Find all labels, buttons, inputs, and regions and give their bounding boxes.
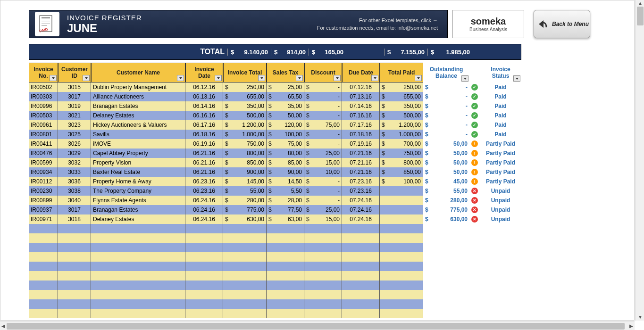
table-cell[interactable] bbox=[380, 186, 423, 196]
table-cell[interactable]: IR00230 bbox=[29, 186, 58, 196]
table-cell[interactable]: 07.17.16 bbox=[342, 120, 380, 130]
table-cell[interactable]: 3017 bbox=[58, 205, 91, 214]
col-invoice-no[interactable]: Invoice No. bbox=[29, 63, 58, 82]
table-cell[interactable]: $100,00 bbox=[267, 130, 304, 139]
col-outstanding[interactable]: Outstanding Balance bbox=[423, 63, 469, 82]
col-invoice-date[interactable]: Invoice Date bbox=[185, 63, 223, 82]
table-cell[interactable] bbox=[380, 224, 423, 233]
table-cell[interactable] bbox=[267, 299, 304, 309]
table-cell[interactable]: 07.21.16 bbox=[342, 167, 380, 177]
table-cell[interactable]: Capel Abbey Property bbox=[91, 148, 185, 158]
table-cell[interactable]: 06.23.16 bbox=[185, 177, 223, 186]
table-cell[interactable] bbox=[223, 262, 267, 271]
table-cell[interactable] bbox=[267, 224, 304, 233]
col-customer-id[interactable]: Customer ID bbox=[58, 63, 91, 82]
table-cell[interactable]: Flynns Estate Agents bbox=[91, 196, 185, 205]
outstanding-cell[interactable]: $- bbox=[423, 111, 469, 120]
table-cell[interactable]: IR00934 bbox=[29, 167, 58, 177]
table-cell[interactable] bbox=[223, 233, 267, 243]
table-cell[interactable]: Branagan Estates bbox=[91, 205, 185, 214]
table-cell[interactable] bbox=[267, 262, 304, 271]
filter-icon[interactable] bbox=[215, 75, 222, 81]
table-cell[interactable] bbox=[223, 299, 267, 309]
table-cell[interactable] bbox=[29, 280, 58, 290]
table-cell[interactable] bbox=[380, 309, 423, 318]
table-cell[interactable] bbox=[223, 224, 267, 233]
table-cell[interactable]: $25,00 bbox=[304, 205, 342, 214]
table-cell[interactable]: $80,00 bbox=[267, 148, 304, 158]
table-cell[interactable] bbox=[304, 224, 342, 233]
table-cell[interactable]: 06.12.16 bbox=[185, 82, 223, 92]
table-cell[interactable]: $55,00 bbox=[223, 186, 267, 196]
table-cell[interactable] bbox=[185, 262, 223, 271]
table-cell[interactable] bbox=[91, 271, 185, 280]
table-cell[interactable] bbox=[185, 233, 223, 243]
table-cell[interactable]: $500,00 bbox=[223, 111, 267, 120]
someka-logo[interactable]: someka Business Analysis bbox=[452, 10, 524, 38]
table-cell[interactable] bbox=[342, 309, 380, 318]
filter-icon[interactable] bbox=[461, 75, 468, 82]
table-cell[interactable] bbox=[380, 196, 423, 205]
table-cell[interactable]: $25,00 bbox=[304, 148, 342, 158]
table-cell[interactable] bbox=[380, 280, 423, 290]
table-cell[interactable] bbox=[29, 299, 58, 309]
col-invoice-total[interactable]: Invoice Total bbox=[223, 63, 267, 82]
table-cell[interactable] bbox=[91, 262, 185, 271]
table-cell[interactable] bbox=[380, 262, 423, 271]
table-cell[interactable]: $1.200,00 bbox=[223, 120, 267, 130]
table-cell[interactable]: 3032 bbox=[58, 158, 91, 167]
table-cell[interactable] bbox=[267, 280, 304, 290]
table-cell[interactable] bbox=[304, 271, 342, 280]
table-cell[interactable]: $15,00 bbox=[304, 214, 342, 224]
table-cell[interactable] bbox=[304, 243, 342, 252]
table-cell[interactable] bbox=[29, 252, 58, 262]
table-cell[interactable] bbox=[223, 309, 267, 318]
table-cell[interactable]: 07.24.16 bbox=[342, 214, 380, 224]
table-cell[interactable]: $- bbox=[304, 130, 342, 139]
filter-icon[interactable] bbox=[415, 75, 422, 81]
col-customer-name[interactable]: Customer Name bbox=[91, 63, 185, 82]
table-cell[interactable] bbox=[380, 290, 423, 299]
table-cell[interactable]: 3025 bbox=[58, 130, 91, 139]
table-cell[interactable]: Dublin Property Management bbox=[91, 82, 185, 92]
table-cell[interactable] bbox=[380, 243, 423, 252]
table-cell[interactable] bbox=[91, 233, 185, 243]
table-cell[interactable]: 07.24.16 bbox=[342, 196, 380, 205]
table-cell[interactable] bbox=[223, 290, 267, 299]
table-cell[interactable] bbox=[29, 262, 58, 271]
scroll-right-icon[interactable]: ▶ bbox=[628, 323, 634, 329]
table-cell[interactable]: 07.23.16 bbox=[342, 177, 380, 186]
table-cell[interactable] bbox=[223, 252, 267, 262]
table-cell[interactable] bbox=[267, 252, 304, 262]
templates-link-text[interactable]: For other Excel templates, click → bbox=[317, 16, 438, 25]
table-cell[interactable] bbox=[58, 224, 91, 233]
table-cell[interactable]: $- bbox=[304, 196, 342, 205]
table-cell[interactable]: $- bbox=[304, 111, 342, 120]
table-cell[interactable]: $- bbox=[304, 82, 342, 92]
table-cell[interactable]: 3036 bbox=[58, 177, 91, 186]
table-cell[interactable]: 3015 bbox=[58, 82, 91, 92]
table-cell[interactable]: $75,00 bbox=[304, 120, 342, 130]
table-cell[interactable] bbox=[185, 280, 223, 290]
outstanding-cell[interactable]: $- bbox=[423, 92, 469, 101]
table-cell[interactable]: 06.24.16 bbox=[185, 214, 223, 224]
filter-icon[interactable] bbox=[513, 75, 520, 82]
table-cell[interactable]: $120,00 bbox=[267, 120, 304, 130]
table-cell[interactable]: 3038 bbox=[58, 186, 91, 196]
table-cell[interactable]: $1.000,00 bbox=[380, 130, 423, 139]
table-cell[interactable]: $750,00 bbox=[380, 148, 423, 158]
table-cell[interactable] bbox=[380, 271, 423, 280]
table-cell[interactable]: Alliance Auctioneers bbox=[91, 92, 185, 101]
outstanding-cell[interactable]: $- bbox=[423, 120, 469, 130]
col-discount[interactable]: Discount bbox=[304, 63, 342, 82]
table-cell[interactable] bbox=[29, 243, 58, 252]
table-cell[interactable]: $77,50 bbox=[267, 205, 304, 214]
table-cell[interactable]: $900,00 bbox=[223, 167, 267, 177]
scroll-down-icon[interactable]: ▼ bbox=[637, 314, 643, 320]
table-cell[interactable]: $700,00 bbox=[380, 139, 423, 148]
table-cell[interactable]: $90,00 bbox=[267, 167, 304, 177]
table-cell[interactable]: $350,00 bbox=[223, 101, 267, 111]
table-cell[interactable]: $775,00 bbox=[223, 205, 267, 214]
table-cell[interactable]: 07.18.16 bbox=[342, 130, 380, 139]
outstanding-cell[interactable]: $630,00 bbox=[423, 214, 469, 224]
